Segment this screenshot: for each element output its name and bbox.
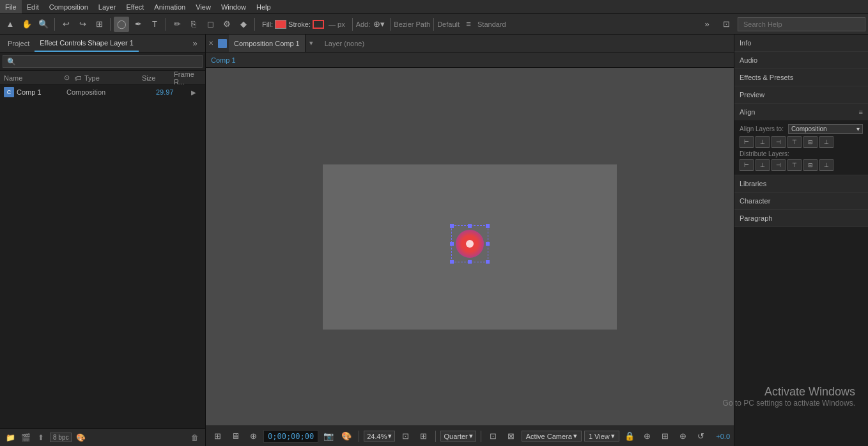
undo-tool[interactable]: ↩ — [58, 17, 74, 32]
viewer-quality-select[interactable]: Quarter ▾ — [440, 431, 476, 442]
viewer-reset-btn[interactable]: ↺ — [694, 429, 709, 444]
puppet-tool[interactable]: ◆ — [236, 17, 251, 32]
preview-header[interactable]: Preview — [734, 86, 868, 103]
add-menu[interactable]: ⊕▾ — [371, 17, 387, 32]
breadcrumb-comp1[interactable]: Comp 1 — [211, 56, 236, 64]
viewer-stereo-btn[interactable]: ⊕ — [245, 429, 261, 444]
project-tab[interactable]: Project — [3, 35, 35, 52]
viewer-color-btn[interactable]: 🎨 — [339, 429, 354, 444]
align-vcenter-btn[interactable]: ⊟ — [803, 136, 818, 148]
fit-to-view-btn[interactable]: ⊡ — [398, 429, 413, 444]
audio-header[interactable]: Audio — [734, 52, 868, 68]
viewer-render-btn[interactable]: ⊞ — [658, 429, 673, 444]
handle-bc[interactable] — [468, 260, 472, 264]
align-hcenter-btn[interactable]: ⊥ — [756, 136, 770, 148]
toolbar-separator-6 — [390, 18, 391, 31]
menu-composition[interactable]: Composition — [44, 0, 93, 13]
align-bottom-btn[interactable]: ⊥ — [819, 136, 833, 148]
hand-tool[interactable]: ✋ — [19, 17, 35, 32]
align-header[interactable]: Align ≡ — [734, 104, 868, 120]
panel-options-btn[interactable]: ⊡ — [718, 17, 734, 32]
handle-bl[interactable] — [450, 260, 454, 264]
clone-tool[interactable]: ⎘ — [186, 17, 201, 32]
delete-icon[interactable]: 🗑 — [189, 431, 201, 444]
menu-edit[interactable]: Edit — [22, 0, 44, 13]
dist-left-btn[interactable]: ⊢ — [740, 159, 754, 171]
eraser-tool[interactable]: ◻ — [203, 17, 218, 32]
menu-help[interactable]: Help — [251, 0, 276, 13]
viewer-monitor-btn[interactable]: 🖥 — [228, 429, 243, 444]
comp-close-btn[interactable]: ✕ — [206, 40, 216, 47]
viewer-timecode[interactable]: 0;00;00;00 — [263, 430, 318, 443]
zoom-arrow: ▾ — [388, 432, 392, 440]
menu-window[interactable]: Window — [216, 0, 251, 13]
viewer-grid-btn[interactable]: ⊞ — [415, 429, 431, 444]
menu-animation[interactable]: Animation — [149, 0, 190, 13]
handle-tc[interactable] — [468, 224, 472, 228]
pen-tool[interactable]: ✒ — [130, 17, 146, 32]
dist-right-btn[interactable]: ⊣ — [771, 159, 786, 171]
roto-tool[interactable]: ⚙ — [219, 17, 235, 32]
viewer-region-btn[interactable]: ⊡ — [486, 429, 501, 444]
character-section: Character — [734, 193, 868, 210]
handle-ml[interactable] — [450, 242, 454, 246]
libraries-header[interactable]: Libraries — [734, 175, 868, 192]
menu-bar: File Edit Composition Layer Effect Anima… — [0, 0, 868, 14]
project-search-input[interactable] — [3, 55, 203, 68]
default-menu[interactable]: ≡ — [461, 17, 476, 32]
project-item-comp1[interactable]: C Comp 1 Composition 29.97 ▶ — [0, 85, 205, 99]
left-panel-bottom: 📁 🎬 ⬆ 8 bpc 🎨 🗑 — [0, 428, 205, 446]
viewer-camera-select[interactable]: Active Camera ▾ — [522, 431, 582, 442]
comp-tab-main[interactable]: Composition Comp 1 — [229, 35, 306, 52]
viewer-snapshot-btn[interactable]: 📷 — [321, 429, 336, 444]
panel-arrow-btn[interactable]: » — [187, 36, 203, 51]
new-comp-icon[interactable]: 🎬 — [19, 431, 32, 444]
new-folder-icon[interactable]: 📁 — [4, 431, 17, 444]
viewer-view-select[interactable]: 1 View ▾ — [584, 431, 619, 442]
snapping-tool[interactable]: ⊞ — [91, 17, 107, 32]
effects-presets-header[interactable]: Effects & Presets — [734, 69, 868, 86]
viewer-settings-btn[interactable]: ⊞ — [210, 429, 225, 444]
paragraph-header[interactable]: Paragraph — [734, 210, 868, 227]
viewer-3d-btn[interactable]: ⊕ — [676, 429, 691, 444]
viewer-comp-flow-btn[interactable]: ⊕ — [640, 429, 655, 444]
right-panel: Info Audio Effects & Presets Preview Ali… — [734, 35, 868, 446]
selection-tool[interactable]: ▲ — [3, 17, 18, 32]
character-header[interactable]: Character — [734, 193, 868, 209]
align-target-select[interactable]: Composition ▾ — [788, 124, 863, 134]
dist-hcenter-btn[interactable]: ⊥ — [756, 159, 770, 171]
viewer-zoom-select[interactable]: 24.4% ▾ — [364, 431, 395, 442]
handle-tl[interactable] — [450, 224, 454, 228]
import-icon[interactable]: ⬆ — [35, 431, 47, 444]
menu-file[interactable]: File — [0, 0, 22, 13]
stroke-swatch[interactable] — [313, 20, 324, 29]
zoom-tool[interactable]: 🔍 — [36, 17, 51, 32]
handle-mr[interactable] — [486, 242, 490, 246]
handle-br[interactable] — [486, 260, 490, 264]
menu-layer[interactable]: Layer — [93, 0, 121, 13]
shape-object[interactable] — [454, 228, 486, 260]
fill-swatch[interactable] — [275, 20, 286, 29]
dist-vcenter-btn[interactable]: ⊟ — [803, 159, 818, 171]
dist-bottom-btn[interactable]: ⊥ — [819, 159, 833, 171]
align-menu-icon[interactable]: ≡ — [859, 108, 863, 116]
effect-controls-tab[interactable]: Effect Controls Shape Layer 1 — [35, 35, 139, 52]
text-tool[interactable]: T — [147, 17, 162, 32]
align-left-btn[interactable]: ⊢ — [740, 136, 754, 148]
redo-tool[interactable]: ↪ — [75, 17, 90, 32]
info-header[interactable]: Info — [734, 35, 868, 51]
brush-tool[interactable]: ✏ — [169, 17, 185, 32]
viewer-transparent-btn[interactable]: ⊠ — [504, 429, 519, 444]
align-top-btn[interactable]: ⊤ — [787, 136, 802, 148]
handle-tr[interactable] — [486, 224, 490, 228]
menu-effect[interactable]: Effect — [121, 0, 149, 13]
project-tab-label: Project — [8, 40, 29, 47]
shape-tool[interactable]: ◯ — [114, 17, 129, 32]
color-depth-icon[interactable]: 🎨 — [74, 431, 87, 444]
search-help-input[interactable] — [743, 20, 860, 28]
align-right-btn[interactable]: ⊣ — [771, 136, 786, 148]
dist-top-btn[interactable]: ⊤ — [787, 159, 802, 171]
viewer-lock-btn[interactable]: 🔒 — [622, 429, 637, 444]
menu-view[interactable]: View — [190, 0, 216, 13]
panel-expand-btn[interactable]: » — [699, 17, 715, 32]
